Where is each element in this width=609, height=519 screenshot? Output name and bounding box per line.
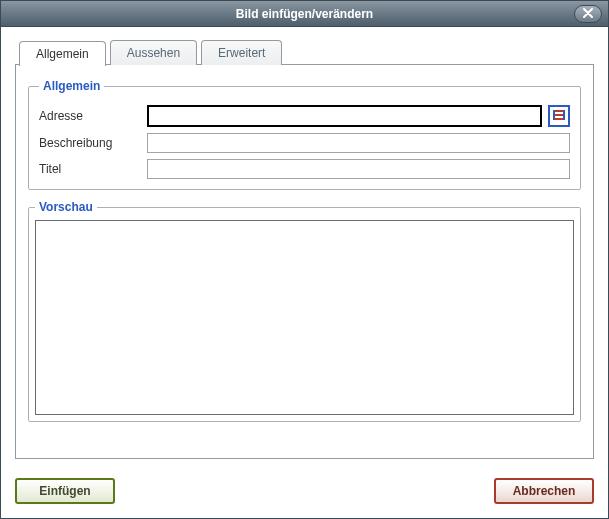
tab-panel-general: Allgemein Adresse bbox=[15, 64, 594, 459]
fieldset-general: Allgemein Adresse bbox=[28, 79, 581, 190]
row-title: Titel bbox=[39, 159, 570, 179]
dialog-content: Allgemein Aussehen Erweitert Allgemein A… bbox=[1, 27, 608, 466]
dialog-window: Bild einfügen/verändern Allgemein Ausseh… bbox=[0, 0, 609, 519]
input-title[interactable] bbox=[147, 159, 570, 179]
row-address: Adresse bbox=[39, 105, 570, 127]
svg-rect-4 bbox=[563, 110, 565, 120]
tab-general[interactable]: Allgemein bbox=[19, 41, 106, 66]
preview-area bbox=[35, 220, 574, 415]
fieldset-preview: Vorschau bbox=[28, 200, 581, 422]
dialog-footer: Einfügen Abbrechen bbox=[1, 466, 608, 518]
input-description[interactable] bbox=[147, 133, 570, 153]
fieldset-general-legend: Allgemein bbox=[39, 79, 104, 93]
label-description: Beschreibung bbox=[39, 136, 147, 150]
close-icon bbox=[583, 7, 593, 21]
tab-advanced[interactable]: Erweitert bbox=[201, 40, 282, 65]
cancel-button[interactable]: Abbrechen bbox=[494, 478, 594, 504]
input-address[interactable] bbox=[147, 105, 542, 127]
close-button[interactable] bbox=[574, 5, 602, 23]
row-description: Beschreibung bbox=[39, 133, 570, 153]
fieldset-preview-legend: Vorschau bbox=[35, 200, 97, 214]
tab-strip: Allgemein Aussehen Erweitert bbox=[19, 40, 594, 65]
insert-button[interactable]: Einfügen bbox=[15, 478, 115, 504]
titlebar: Bild einfügen/verändern bbox=[1, 1, 608, 27]
label-title: Titel bbox=[39, 162, 147, 176]
dialog-title: Bild einfügen/verändern bbox=[236, 7, 373, 21]
browse-button[interactable] bbox=[548, 105, 570, 127]
tab-appearance[interactable]: Aussehen bbox=[110, 40, 197, 65]
svg-rect-3 bbox=[553, 110, 555, 120]
browse-icon bbox=[552, 108, 566, 125]
label-address: Adresse bbox=[39, 109, 147, 123]
